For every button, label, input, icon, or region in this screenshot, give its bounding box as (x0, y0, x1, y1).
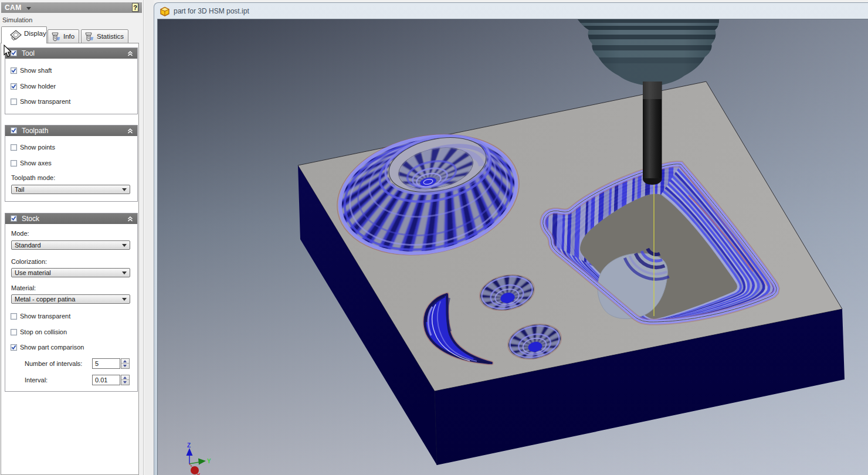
svg-text:Z: Z (187, 442, 191, 449)
svg-text:#: # (57, 36, 60, 42)
svg-text:X: X (196, 473, 201, 475)
svg-text:Y: Y (207, 458, 211, 464)
svg-text:#: # (90, 36, 93, 42)
